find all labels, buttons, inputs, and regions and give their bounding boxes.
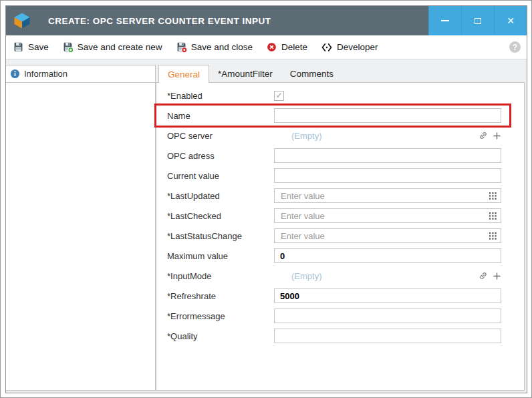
- titlebar: CREATE: OPC SERVER COUNTER EVENT INPUT: [6, 6, 527, 35]
- refreshrate-input[interactable]: [274, 288, 501, 303]
- lastupdated-input[interactable]: [275, 189, 489, 202]
- opc-server-plus-icon[interactable]: [493, 132, 501, 140]
- current-value-input[interactable]: [274, 168, 501, 183]
- field-label-refreshrate: *Refreshrate: [167, 291, 274, 301]
- developer-button[interactable]: Developer: [321, 41, 378, 53]
- minimize-icon: [441, 20, 449, 21]
- field-label-name: Name: [167, 111, 274, 121]
- close-button[interactable]: [494, 6, 527, 35]
- tab-general[interactable]: General: [158, 65, 209, 83]
- save-button[interactable]: Save: [13, 41, 49, 53]
- save-label: Save: [28, 42, 49, 52]
- field-row-maximum-value: Maximum value: [156, 246, 509, 266]
- tab-information[interactable]: Information: [6, 65, 155, 83]
- save-close-icon: [176, 41, 187, 53]
- field-row-opc-adress: OPC adress: [156, 146, 509, 166]
- save-and-close-label: Save and close: [191, 42, 253, 52]
- delete-label: Delete: [281, 42, 307, 52]
- field-control-opc-server: (Empty): [274, 128, 501, 143]
- close-icon: [507, 15, 515, 27]
- lastupdated-input-box: [274, 188, 501, 203]
- field-row-quality: *Quality: [156, 326, 509, 346]
- field-control-lastchecked: [274, 208, 501, 223]
- laststatuschange-picker-grid-icon[interactable]: [489, 232, 497, 240]
- field-label-maximum-value: Maximum value: [167, 251, 274, 261]
- window-controls: [428, 6, 527, 35]
- inputmode-value[interactable]: (Empty): [291, 271, 322, 281]
- field-row-refreshrate: *Refreshrate: [156, 286, 509, 306]
- field-label-enabled: *Enabled: [167, 91, 274, 101]
- field-row-lastupdated: *LastUpdated: [156, 186, 509, 206]
- help-icon[interactable]: [509, 41, 521, 53]
- field-row-enabled: *Enabled: [156, 85, 509, 106]
- field-label-inputmode: *InputMode: [167, 271, 274, 281]
- screenshot-canvas: CREATE: OPC SERVER COUNTER EVENT INPUT S…: [0, 0, 532, 398]
- general-form: *EnabledNameOPC server(Empty)OPC adressC…: [156, 82, 525, 391]
- field-control-refreshrate: [274, 288, 501, 303]
- toolbar-buttons: SaveSave and create newSave and closeDel…: [13, 41, 378, 53]
- laststatuschange-input-box: [274, 228, 501, 243]
- enabled-checkbox[interactable]: [274, 91, 284, 101]
- opc-server-lookup: (Empty): [274, 128, 501, 143]
- lastupdated-picker-grid-icon[interactable]: [489, 192, 497, 200]
- app-window: CREATE: OPC SERVER COUNTER EVENT INPUT S…: [5, 5, 527, 393]
- developer-icon: [321, 41, 333, 53]
- toolbar: SaveSave and create newSave and closeDel…: [6, 35, 527, 59]
- field-row-opc-server: OPC server(Empty): [156, 126, 509, 146]
- left-panel: Information: [6, 65, 156, 391]
- inputmode-lookup: (Empty): [274, 268, 501, 283]
- field-control-errormessage: [274, 309, 501, 323]
- info-icon: [10, 69, 20, 79]
- lastchecked-picker-grid-icon[interactable]: [489, 212, 497, 220]
- field-label-opc-adress: OPC adress: [167, 151, 274, 161]
- inputmode-plus-icon[interactable]: [493, 272, 501, 280]
- delete-button[interactable]: Delete: [266, 41, 307, 53]
- field-control-name: [274, 108, 501, 123]
- developer-label: Developer: [337, 42, 378, 52]
- delete-icon: [266, 41, 277, 53]
- save-new-icon: [62, 41, 74, 53]
- tab-information-label: Information: [24, 69, 68, 79]
- opc-adress-input[interactable]: [274, 148, 501, 163]
- main-panel: General*AmountFilterComments *EnabledNam…: [156, 65, 525, 391]
- field-control-maximum-value: [274, 248, 501, 263]
- maximum-value-input[interactable]: [274, 248, 501, 263]
- maximize-button[interactable]: [461, 6, 494, 35]
- errormessage-input[interactable]: [274, 309, 501, 323]
- field-label-opc-server: OPC server: [167, 131, 274, 141]
- field-label-lastupdated: *LastUpdated: [167, 191, 274, 201]
- field-row-lastchecked: *LastChecked: [156, 206, 509, 226]
- opc-server-lookup-icons: [479, 131, 501, 140]
- field-row-current-value: Current value: [156, 166, 509, 186]
- laststatuschange-input[interactable]: [275, 229, 489, 242]
- lastchecked-input[interactable]: [275, 209, 489, 222]
- opc-server-link-icon[interactable]: [479, 131, 488, 140]
- quality-input[interactable]: [274, 329, 501, 343]
- field-control-laststatuschange: [274, 228, 501, 243]
- save-icon: [13, 41, 24, 53]
- field-row-name: Name: [156, 106, 509, 126]
- app-logo-icon: [11, 9, 33, 32]
- minimize-button[interactable]: [428, 6, 461, 35]
- save-and-create-new-button[interactable]: Save and create new: [62, 41, 162, 53]
- field-row-inputmode: *InputMode(Empty): [156, 266, 509, 286]
- window-title: CREATE: OPC SERVER COUNTER EVENT INPUT: [48, 16, 271, 26]
- name-input[interactable]: [274, 108, 501, 123]
- field-label-errormessage: *Errormessage: [167, 311, 274, 321]
- field-label-lastchecked: *LastChecked: [167, 211, 274, 221]
- maximize-icon: [475, 18, 481, 24]
- field-control-inputmode: (Empty): [274, 268, 501, 283]
- tab-amountfilter[interactable]: *AmountFilter: [209, 65, 281, 82]
- inputmode-link-icon[interactable]: [479, 271, 488, 280]
- field-row-errormessage: *Errormessage: [156, 306, 509, 326]
- lastchecked-input-box: [274, 208, 501, 223]
- field-control-quality: [274, 329, 501, 343]
- save-and-create-new-label: Save and create new: [78, 42, 162, 52]
- tab-comments[interactable]: Comments: [281, 65, 342, 82]
- save-and-close-button[interactable]: Save and close: [176, 41, 253, 53]
- field-control-enabled: [274, 91, 501, 101]
- field-control-opc-adress: [274, 148, 501, 163]
- opc-server-value[interactable]: (Empty): [291, 131, 322, 141]
- content-area: Information General*AmountFilterComments…: [6, 59, 527, 393]
- field-label-quality: *Quality: [167, 331, 274, 341]
